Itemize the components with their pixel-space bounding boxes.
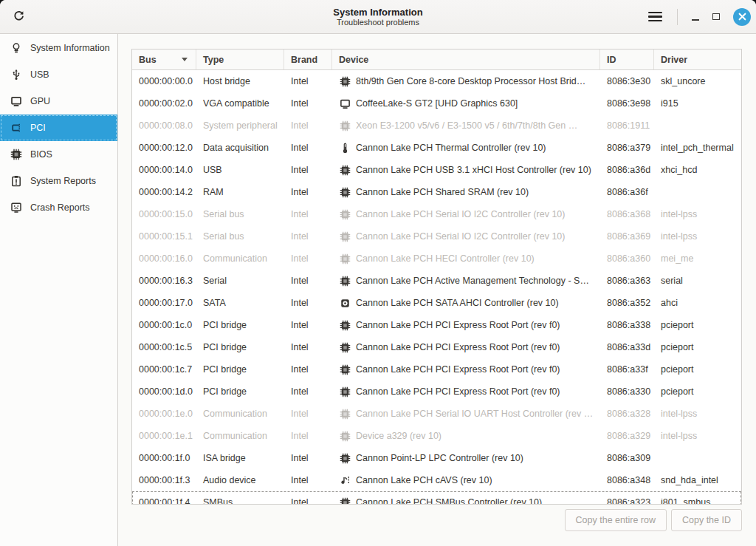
column-header-brand[interactable]: Brand (284, 50, 332, 69)
table-row[interactable]: 0000:00:15.1Serial busIntelCannon Lake P… (132, 225, 741, 248)
sidebar-item-label: USB (30, 69, 49, 80)
crash-screen-icon (10, 202, 22, 214)
cell-id: 8086:a323 (600, 491, 654, 505)
device-name: Cannon Lake PCH SATA AHCI Controller (re… (356, 298, 559, 308)
cell-brand: Intel (284, 115, 332, 137)
cell-bus: 0000:00:1c.5 (132, 336, 196, 358)
cell-type: SMBus (196, 491, 284, 505)
column-header-device[interactable]: Device (332, 50, 600, 69)
table-row[interactable]: 0000:00:1f.0ISA bridgeIntelCannon Point-… (132, 447, 741, 469)
cell-brand: Intel (284, 403, 332, 425)
table-row[interactable]: 0000:00:1c.0PCI bridgeIntelCannon Lake P… (132, 314, 741, 336)
chip-icon (339, 430, 351, 442)
sidebar-item-system-reports[interactable]: System Reports (0, 168, 117, 194)
table-row[interactable]: 0000:00:1c.5PCI bridgeIntelCannon Lake P… (132, 336, 741, 358)
chip-icon (339, 208, 351, 220)
table-row[interactable]: 0000:00:1f.4SMBusIntelCannon Lake PCH SM… (132, 491, 741, 505)
disk-icon (339, 297, 351, 309)
cell-id: 8086:a348 (600, 469, 654, 491)
column-header-type[interactable]: Type (196, 50, 284, 69)
sidebar-item-crash-reports[interactable]: Crash Reports (0, 194, 117, 221)
clipboard-alert-icon (10, 175, 22, 188)
cell-brand: Intel (284, 203, 332, 225)
table-row[interactable]: 0000:00:1c.7PCI bridgeIntelCannon Lake P… (132, 358, 741, 381)
cell-bus: 0000:00:15.0 (132, 203, 196, 225)
controls-separator (677, 9, 678, 25)
device-name: Cannon Lake PCH SMBus Controller (rev 10… (356, 497, 542, 505)
cell-brand: Intel (284, 225, 332, 248)
table-body: 0000:00:00.0Host bridgeIntel8th/9th Gen … (132, 70, 741, 505)
cell-bus: 0000:00:1d.0 (132, 381, 196, 403)
sidebar-item-gpu[interactable]: GPU (0, 88, 117, 115)
sidebar-item-system-information[interactable]: System Information (0, 35, 117, 61)
titlebar: System Information Troubleshoot problems (0, 0, 756, 34)
table-row[interactable]: 0000:00:00.0Host bridgeIntel8th/9th Gen … (132, 70, 741, 92)
table-row[interactable]: 0000:00:14.2RAMIntelCannon Lake PCH Shar… (132, 181, 741, 203)
sidebar-item-label: BIOS (30, 149, 52, 160)
refresh-button[interactable] (7, 5, 30, 29)
table-row[interactable]: 0000:00:15.0Serial busIntelCannon Lake P… (132, 203, 741, 225)
device-name: Xeon E3-1200 v5/v6 / E3-1500 v5 / 6th/7t… (356, 120, 577, 131)
cell-device: Cannon Lake PCH PCI Express Root Port (r… (332, 358, 600, 381)
chip-icon (339, 319, 351, 331)
cell-device: Cannon Lake PCH Shared SRAM (rev 10) (332, 181, 600, 203)
table-row[interactable]: 0000:00:02.0VGA compatibleIntelCoffeeLak… (132, 92, 741, 115)
sidebar-item-label: PCI (30, 123, 46, 133)
minimize-button[interactable] (685, 7, 706, 27)
table-header-row: BusTypeBrandDeviceIDDriver (132, 50, 741, 70)
cell-type: SATA (196, 292, 284, 314)
cell-device: Cannon Lake PCH HECI Controller (rev 10) (332, 248, 600, 270)
cell-driver: xhci_hcd (654, 159, 741, 181)
cell-driver: i801_smbus (654, 491, 741, 505)
column-header-driver[interactable]: Driver (654, 50, 741, 69)
hamburger-menu-button[interactable] (642, 5, 668, 29)
cell-brand: Intel (284, 469, 332, 491)
sidebar-item-usb[interactable]: USB (0, 61, 117, 88)
cell-type: Data acquisition (196, 137, 284, 159)
cell-driver: pcieport (654, 336, 741, 358)
cell-device: Cannon Lake PCH Serial IO UART Host Cont… (332, 403, 600, 425)
sidebar-item-bios[interactable]: BIOS (0, 141, 117, 168)
table-row[interactable]: 0000:00:1e.1CommunicationIntelDevice a32… (132, 425, 741, 447)
device-name: Cannon Lake PCH Shared SRAM (rev 10) (356, 187, 529, 197)
copy-row-button[interactable]: Copy the entire row (565, 509, 667, 531)
table-row[interactable]: 0000:00:12.0Data acquisitionIntelCannon … (132, 137, 741, 159)
cell-device: Device a329 (rev 10) (332, 425, 600, 447)
cell-bus: 0000:00:14.2 (132, 181, 196, 203)
pci-device-table: BusTypeBrandDeviceIDDriver 0000:00:00.0H… (131, 49, 742, 505)
cell-brand: Intel (284, 425, 332, 447)
table-row[interactable]: 0000:00:16.0CommunicationIntelCannon Lak… (132, 248, 741, 270)
cell-type: Host bridge (196, 70, 284, 92)
device-name: Cannon Lake PCH cAVS (rev 10) (356, 475, 492, 485)
display-icon (10, 95, 22, 108)
cell-bus: 0000:00:15.1 (132, 225, 196, 248)
cell-device: Cannon Lake PCH PCI Express Root Port (r… (332, 336, 600, 358)
lightbulb-icon (10, 42, 22, 55)
refresh-icon (13, 10, 25, 23)
table-row[interactable]: 0000:00:16.3SerialIntelCannon Lake PCH A… (132, 270, 741, 292)
cell-id: 8086:a379 (600, 137, 654, 159)
table-row[interactable]: 0000:00:08.0System peripheralIntelXeon E… (132, 115, 741, 137)
cell-id: 8086:a338 (600, 314, 654, 336)
close-button[interactable] (733, 8, 751, 26)
column-header-bus[interactable]: Bus (132, 50, 196, 69)
table-row[interactable]: 0000:00:1f.3Audio deviceIntelCannon Lake… (132, 469, 741, 491)
cell-brand: Intel (284, 181, 332, 203)
copy-id-button[interactable]: Copy the ID (671, 509, 742, 531)
cell-bus: 0000:00:02.0 (132, 92, 196, 115)
cell-type: USB (196, 159, 284, 181)
device-name: Cannon Lake PCH PCI Express Root Port (r… (356, 342, 560, 352)
display-icon (339, 98, 351, 109)
table-row[interactable]: 0000:00:1e.0CommunicationIntelCannon Lak… (132, 403, 741, 425)
cell-bus: 0000:00:00.0 (132, 70, 196, 92)
cell-id: 8086:a329 (600, 425, 654, 447)
table-row[interactable]: 0000:00:17.0SATAIntelCannon Lake PCH SAT… (132, 292, 741, 314)
maximize-button[interactable] (706, 7, 726, 27)
column-header-id[interactable]: ID (600, 50, 654, 69)
chip-icon (339, 186, 351, 198)
cell-id: 8086:a33d (600, 336, 654, 358)
cell-brand: Intel (284, 447, 332, 469)
sidebar-item-pci[interactable]: PCI (0, 115, 117, 141)
table-row[interactable]: 0000:00:14.0USBIntelCannon Lake PCH USB … (132, 159, 741, 181)
table-row[interactable]: 0000:00:1d.0PCI bridgeIntelCannon Lake P… (132, 381, 741, 403)
